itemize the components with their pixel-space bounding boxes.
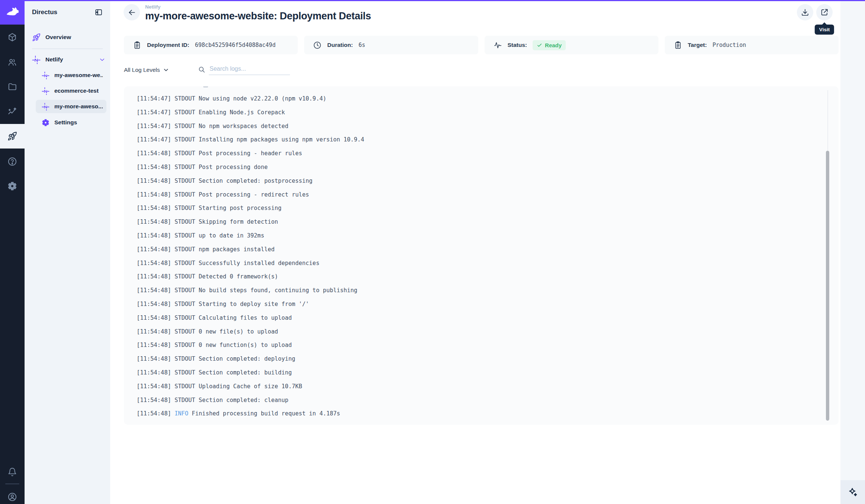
card-label: Duration: <box>327 42 353 48</box>
nav-sidebar: Directus Overview Netlify my-awesome-we.… <box>25 0 110 504</box>
insights-icon <box>7 107 17 117</box>
chevron-down-icon[interactable] <box>99 56 106 63</box>
sidebar-item-overview[interactable]: Overview <box>25 30 110 45</box>
search-icon <box>198 66 205 73</box>
gear-icon <box>42 119 50 127</box>
gear-icon <box>7 181 17 191</box>
clipped-log-line-fragment <box>203 86 208 87</box>
module-users[interactable] <box>0 50 25 74</box>
ai-assistant-button[interactable] <box>840 480 865 504</box>
nav-divider <box>32 48 103 49</box>
sidebar-item-settings[interactable]: Settings <box>36 116 106 129</box>
module-help[interactable] <box>0 149 25 174</box>
module-bar <box>0 0 25 504</box>
arrow-left-icon <box>128 8 136 17</box>
log-line: [11:54:48] STDOUT Section completed: bui… <box>137 366 839 380</box>
status-badge-label: Ready <box>545 42 562 48</box>
directus-logo[interactable] <box>0 0 25 25</box>
visit-tooltip: Visit <box>815 25 834 35</box>
card-value: 6s <box>358 42 365 48</box>
clipboard-icon <box>674 41 682 50</box>
box-icon <box>7 32 17 42</box>
status-badge: Ready <box>533 40 566 50</box>
rocket-icon <box>32 33 41 42</box>
log-line: [11:54:47] STDOUT Installing npm package… <box>137 133 839 147</box>
log-line: [11:54:48] STDOUT Section completed: dep… <box>137 352 839 366</box>
sidebar-item-my-more-awesome-website[interactable]: my-more-aweso... <box>36 100 106 113</box>
bell-icon <box>7 467 17 477</box>
visit-site-button[interactable] <box>816 4 833 20</box>
card-value: Production <box>712 42 746 48</box>
module-netlify-extension[interactable] <box>0 124 25 149</box>
log-line: [11:54:48] STDOUT Starting post processi… <box>137 201 839 215</box>
page-title: my-more-awesome-website: Deployment Deta… <box>145 10 371 22</box>
download-icon <box>801 8 809 16</box>
sidebar-item-netlify[interactable]: Netlify <box>25 52 110 67</box>
sidebar-item-ecommerce-test[interactable]: ecommerce-test <box>36 84 106 98</box>
log-line: [11:54:48] STDOUT Calculating files to u… <box>137 311 839 325</box>
sidebar-item-label: ecommerce-test <box>54 87 103 94</box>
card-deployment-id: Deployment ID: 698cb4525946f5d4088ac49d <box>124 36 298 54</box>
log-level-filter[interactable]: All Log Levels <box>124 67 169 73</box>
card-label: Deployment ID: <box>147 42 189 48</box>
log-line: [11:54:48] STDOUT up to date in 392ms <box>137 229 839 243</box>
sidebar-item-label: Overview <box>45 34 106 41</box>
external-link-icon <box>820 8 829 16</box>
card-status: Status: Ready <box>485 36 658 54</box>
panel-collapse-icon <box>95 8 103 16</box>
account-button[interactable] <box>0 485 25 504</box>
log-level-filter-label: All Log Levels <box>124 67 160 73</box>
breadcrumb: Netlify <box>145 4 371 10</box>
log-line: [11:54:48] STDOUT Starting to deploy sit… <box>137 297 839 311</box>
nav-title: Directus <box>32 9 57 16</box>
log-line: [11:54:48] STDOUT Skipping form detectio… <box>137 215 839 229</box>
chevron-down-icon <box>163 67 169 73</box>
sidebar-item-label: Netlify <box>45 56 94 63</box>
sidebar-item-label: Settings <box>54 119 103 126</box>
card-duration: Duration: 6s <box>304 36 478 54</box>
module-content[interactable] <box>0 25 25 50</box>
log-line: [11:54:48] STDOUT Section completed: pos… <box>137 174 839 188</box>
log-scrollbar-thumb[interactable] <box>826 151 829 421</box>
top-accent-bar <box>0 0 865 1</box>
log-line: [11:54:48] STDOUT Post processing - head… <box>137 147 839 160</box>
log-line: [11:54:47] STDOUT Enabling Node.js Corep… <box>137 106 839 119</box>
directus-rabbit-icon <box>6 6 19 19</box>
sidebar-item-label: my-more-aweso... <box>54 103 103 110</box>
card-label: Status: <box>508 42 527 48</box>
log-line: [11:54:48] STDOUT Detected 0 framework(s… <box>137 270 839 284</box>
notifications-button[interactable] <box>0 460 25 484</box>
activity-icon <box>494 41 502 50</box>
log-line: [11:54:48] INFO Finished processing buil… <box>137 407 839 421</box>
netlify-icon <box>42 71 50 79</box>
log-line: [11:54:48] STDOUT npm packages installed <box>137 243 839 256</box>
module-bar-divider <box>5 484 19 484</box>
search-logs-input[interactable] <box>209 64 290 75</box>
account-icon <box>7 492 17 502</box>
help-icon <box>7 157 17 166</box>
sidebar-item-my-awesome-website[interactable]: my-awesome-we... <box>36 68 106 82</box>
users-icon <box>7 57 17 67</box>
log-output-panel[interactable]: [11:54:47] STDOUT Now using node v22.22.… <box>124 86 839 425</box>
check-icon <box>537 42 542 48</box>
card-value: 698cb4525946f5d4088ac49d <box>195 42 276 48</box>
log-line: [11:54:48] STDOUT Successfully installed… <box>137 256 839 270</box>
netlify-icon <box>32 55 41 64</box>
log-line: [11:54:48] STDOUT No build steps found, … <box>137 284 839 297</box>
card-target: Target: Production <box>665 36 839 54</box>
download-logs-button[interactable] <box>797 4 813 20</box>
deployment-info-cards: Deployment ID: 698cb4525946f5d4088ac49d … <box>124 36 839 54</box>
module-files[interactable] <box>0 74 25 99</box>
back-button[interactable] <box>124 4 140 20</box>
panel-collapse-button[interactable] <box>95 8 103 16</box>
netlify-icon <box>42 87 50 95</box>
module-settings[interactable] <box>0 174 25 198</box>
log-line: [11:54:48] STDOUT Post processing - redi… <box>137 188 839 202</box>
module-insights[interactable] <box>0 99 25 124</box>
folder-icon <box>7 82 17 92</box>
log-lines: [11:54:47] STDOUT Now using node v22.22.… <box>124 86 839 421</box>
main-content: Netlify my-more-awesome-website: Deploym… <box>110 0 840 504</box>
sparkles-icon <box>848 487 858 497</box>
sidebar-item-label: my-awesome-we... <box>54 72 103 79</box>
rocket-icon <box>7 131 17 141</box>
